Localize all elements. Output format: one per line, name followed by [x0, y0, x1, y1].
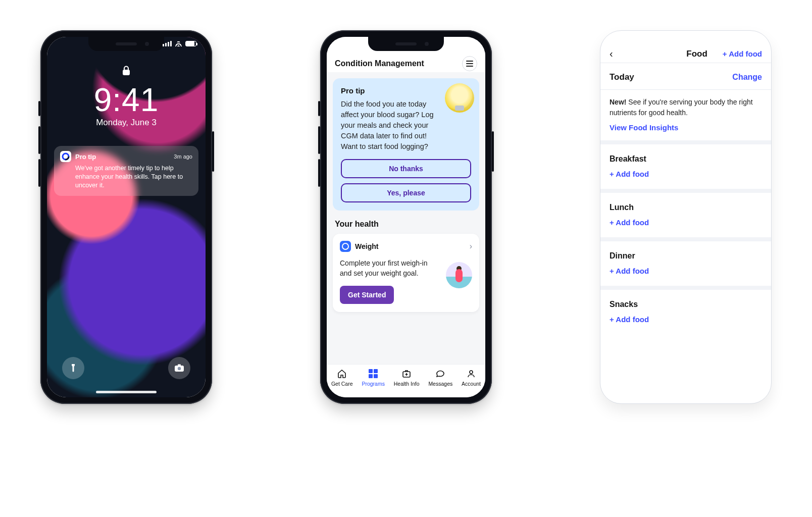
- battery-icon: [185, 41, 196, 46]
- cellular-icon: [163, 41, 172, 46]
- insight-text: New! See if you're serving your body the…: [610, 97, 762, 118]
- lightbulb-icon: [445, 83, 474, 113]
- notification-title: Pro tip: [75, 153, 96, 161]
- tab-messages[interactable]: Messages: [428, 369, 452, 387]
- add-food-button[interactable]: + Add food: [610, 170, 649, 178]
- weight-card[interactable]: Weight › Complete your first weigh-in an…: [333, 234, 479, 312]
- add-food-top-button[interactable]: + Add food: [723, 49, 762, 58]
- meal-name: Lunch: [610, 203, 762, 212]
- view-food-insights-link[interactable]: View Food Insights: [610, 123, 678, 132]
- tab-label: Account: [462, 381, 481, 387]
- tab-label: Health Info: [394, 381, 420, 387]
- add-food-button[interactable]: + Add food: [610, 315, 649, 324]
- phone-condition-management: Condition Management Pro tip Did the foo…: [320, 30, 492, 404]
- app-icon: [60, 151, 71, 162]
- add-food-button[interactable]: + Add food: [610, 218, 649, 227]
- change-date-button[interactable]: Change: [732, 73, 762, 82]
- back-button[interactable]: ‹: [610, 48, 613, 60]
- menu-button[interactable]: [462, 56, 477, 71]
- meal-section-lunch: Lunch + Add food: [600, 193, 771, 241]
- no-thanks-button[interactable]: No thanks: [341, 159, 471, 178]
- get-started-button[interactable]: Get Started: [340, 286, 394, 304]
- your-health-heading: Your health: [335, 220, 477, 229]
- notification-time: 3m ago: [174, 153, 192, 160]
- tab-health-info[interactable]: Health Info: [394, 369, 420, 387]
- tab-bar: Get Care Programs Health Info Messa: [327, 364, 485, 397]
- meal-section-snacks: Snacks + Add food: [600, 290, 771, 334]
- date-label: Today: [610, 72, 634, 82]
- wifi-icon: [175, 41, 182, 46]
- lock-icon: [122, 65, 131, 76]
- scale-icon: [340, 241, 351, 252]
- phone-food-log: ‹ Food + Add food Today Change New! See …: [600, 30, 772, 404]
- meal-section-breakfast: Breakfast + Add food: [600, 144, 771, 193]
- device-notch: [88, 37, 164, 51]
- tab-programs[interactable]: Programs: [362, 369, 385, 387]
- device-notch: [368, 37, 444, 51]
- weight-illustration: [446, 262, 472, 288]
- svg-rect-5: [178, 365, 181, 366]
- pro-tip-body: Did the food you ate today affect your b…: [341, 99, 437, 152]
- chevron-right-icon: ›: [470, 242, 472, 251]
- svg-point-4: [178, 367, 181, 370]
- grid-icon: [369, 369, 378, 379]
- weight-card-body: Complete your first weigh-in and set you…: [340, 258, 431, 279]
- lock-time: 9:41: [47, 81, 206, 119]
- lock-date: Monday, June 3: [47, 118, 206, 128]
- tab-label: Get Care: [331, 381, 353, 387]
- tab-label: Programs: [362, 381, 385, 387]
- meal-name: Snacks: [610, 300, 762, 309]
- notification-body: We've got another timely tip to help enh…: [60, 164, 192, 190]
- phone-lockscreen: 9:41 Monday, June 3 Pro tip 3m ago We've…: [40, 30, 212, 404]
- page-title: Food: [686, 49, 707, 59]
- camera-button[interactable]: [168, 357, 190, 379]
- meal-section-dinner: Dinner + Add food: [600, 241, 771, 290]
- weight-card-title: Weight: [355, 242, 378, 250]
- tab-get-care[interactable]: Get Care: [331, 369, 353, 387]
- medkit-icon: [401, 369, 412, 379]
- person-icon: [466, 369, 476, 379]
- food-header: ‹ Food + Add food: [600, 31, 771, 63]
- tab-label: Messages: [428, 381, 452, 387]
- pro-tip-card: Pro tip Did the food you ate today affec…: [333, 78, 479, 211]
- meal-name: Dinner: [610, 251, 762, 261]
- lock-notification[interactable]: Pro tip 3m ago We've got another timely …: [54, 146, 198, 196]
- flashlight-button[interactable]: [62, 357, 84, 379]
- food-insight-banner: New! See if you're serving your body the…: [600, 90, 771, 144]
- home-indicator[interactable]: [96, 391, 157, 393]
- meal-name: Breakfast: [610, 154, 762, 164]
- chat-icon: [435, 369, 445, 379]
- home-icon: [337, 369, 347, 379]
- status-bar: [163, 41, 196, 46]
- yes-please-button[interactable]: Yes, please: [341, 183, 471, 202]
- page-title: Condition Management: [335, 59, 424, 68]
- date-row: Today Change: [600, 63, 771, 90]
- tab-account[interactable]: Account: [462, 369, 481, 387]
- svg-point-7: [470, 371, 473, 374]
- svg-rect-0: [123, 70, 130, 75]
- add-food-button[interactable]: + Add food: [610, 267, 649, 275]
